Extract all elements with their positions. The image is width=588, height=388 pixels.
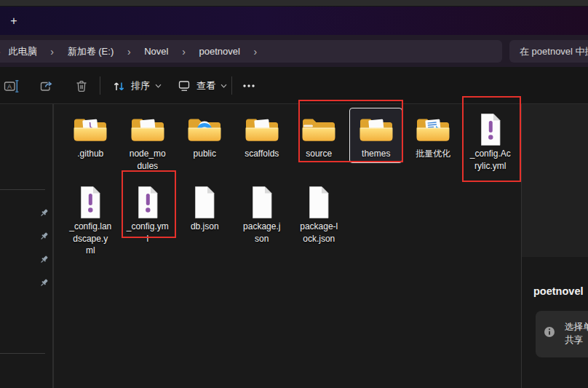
file-label: .github [77, 148, 103, 160]
folder-git-icon [72, 111, 108, 148]
details-title: poetnovel [533, 285, 583, 297]
svg-text:A: A [7, 83, 12, 90]
file-label: themes [362, 148, 390, 160]
yaml-file-icon [78, 184, 103, 221]
file-tile-node-modules[interactable]: node_modules [119, 106, 177, 175]
address-row: › 此电脑 › 新加卷 (E:) › Novel › poetnovel › 在… [0, 35, 588, 67]
share-info-box: 选择单个文件进行 共享 [536, 311, 588, 357]
file-tile-scaffolds[interactable]: scaffolds [234, 106, 291, 163]
nav-divider [0, 189, 45, 190]
pinned-item[interactable] [39, 255, 49, 265]
folder-icon [358, 111, 394, 148]
chevron-right-icon: › [122, 46, 136, 58]
view-icon [177, 79, 191, 93]
search-input[interactable]: 在 poetnovel 中搜索 [509, 40, 588, 63]
pin-icon [39, 255, 49, 264]
file-row: _config.landscape.yml _config.yml [62, 178, 522, 251]
breadcrumb-novel[interactable]: Novel [136, 46, 176, 57]
sort-icon [112, 79, 126, 93]
navigation-pane [0, 104, 52, 388]
pin-icon [39, 231, 49, 241]
ellipsis-icon [240, 77, 258, 95]
folder-icon [244, 111, 280, 148]
delete-button[interactable] [73, 77, 90, 95]
file-tile-config-landscape-yml[interactable]: _config.landscape.yml [62, 178, 119, 260]
folder-icon [301, 111, 337, 148]
pin-icon [39, 208, 49, 218]
file-label: scaffolds [245, 148, 279, 160]
chevron-right-icon: › [248, 46, 263, 58]
share-icon [39, 78, 55, 94]
breadcrumb-this-pc[interactable]: 此电脑 [1, 45, 45, 58]
trash-icon [74, 78, 90, 94]
file-label: node_modules [130, 148, 166, 172]
sort-label: 排序 [131, 79, 150, 92]
file-icon [306, 184, 331, 221]
sort-button[interactable]: 排序 [108, 75, 166, 97]
folder-bluedoc-icon [415, 111, 451, 148]
preview-area [522, 104, 588, 257]
view-button[interactable]: 查看 [172, 75, 231, 97]
yaml-file-icon [478, 111, 503, 148]
file-label: package-lock.json [300, 221, 338, 245]
file-label: db.json [191, 221, 219, 233]
file-grid: .github node_modules [62, 106, 522, 251]
breadcrumb[interactable]: › 此电脑 › 新加卷 (E:) › Novel › poetnovel › [0, 40, 502, 63]
file-tile-batch-optimize[interactable]: 批量优化 [405, 106, 462, 163]
pinned-item[interactable] [39, 278, 49, 288]
toolbar-divider [231, 76, 232, 95]
file-icon [250, 184, 274, 221]
pinned-item[interactable] [39, 231, 49, 242]
share-button[interactable] [38, 77, 55, 95]
titlebar-strip [0, 0, 588, 7]
file-label: _config.landscape.yml [69, 221, 111, 257]
file-tile-public[interactable]: public [176, 106, 234, 163]
file-tile-config-yml[interactable]: _config.yml [119, 178, 177, 248]
file-tile-themes[interactable]: themes [348, 106, 405, 163]
toolbar: A [0, 67, 588, 104]
more-options-button[interactable] [240, 77, 258, 95]
nav-divider [0, 353, 45, 354]
chevron-down-icon [155, 84, 162, 88]
rename-button[interactable]: A [3, 77, 20, 95]
file-label: _config.Acrylic.yml [470, 148, 511, 172]
file-tile-config-acrylic-yml[interactable]: _config.Acrylic.yml [462, 106, 520, 175]
pin-icon [39, 278, 49, 288]
share-info-text: 选择单个文件进行 共享 [565, 320, 588, 347]
file-tile-db-json[interactable]: db.json [176, 178, 234, 236]
file-explorer-window: + › 此电脑 › 新加卷 (E:) › Novel › poetnovel ›… [0, 0, 588, 388]
folder-icon [130, 111, 166, 148]
pinned-item[interactable] [39, 208, 49, 218]
new-tab-button[interactable]: + [6, 13, 22, 29]
details-pane: poetnovel 选择单个文件进行 共享 [522, 104, 588, 388]
view-label: 查看 [196, 79, 215, 92]
file-label: package.json [243, 221, 280, 245]
chevron-right-icon: › [176, 46, 191, 58]
info-icon [544, 326, 555, 338]
file-tile-package-json[interactable]: package.json [234, 178, 291, 248]
selected-tile: themes [349, 108, 402, 163]
tab-bar: + [0, 7, 588, 35]
file-label: _config.yml [127, 221, 169, 245]
file-row: .github node_modules [62, 106, 522, 178]
toolbar-divider [100, 76, 100, 95]
rename-icon: A [4, 78, 20, 94]
file-icon [192, 184, 217, 221]
file-label: source [306, 148, 332, 160]
yaml-file-icon [135, 184, 160, 221]
chevron-down-icon [220, 84, 227, 88]
file-label: public [194, 148, 216, 160]
folder-web-icon [186, 111, 223, 148]
chevron-right-icon: › [45, 46, 60, 58]
file-label: 批量优化 [416, 148, 450, 160]
file-tile-source[interactable]: source [290, 106, 348, 163]
file-tile-package-lock-json[interactable]: package-lock.json [290, 178, 348, 248]
breadcrumb-drive-e[interactable]: 新加卷 (E:) [60, 45, 122, 58]
breadcrumb-poetnovel[interactable]: poetnovel [191, 46, 247, 57]
file-tile-github[interactable]: .github [62, 106, 119, 163]
